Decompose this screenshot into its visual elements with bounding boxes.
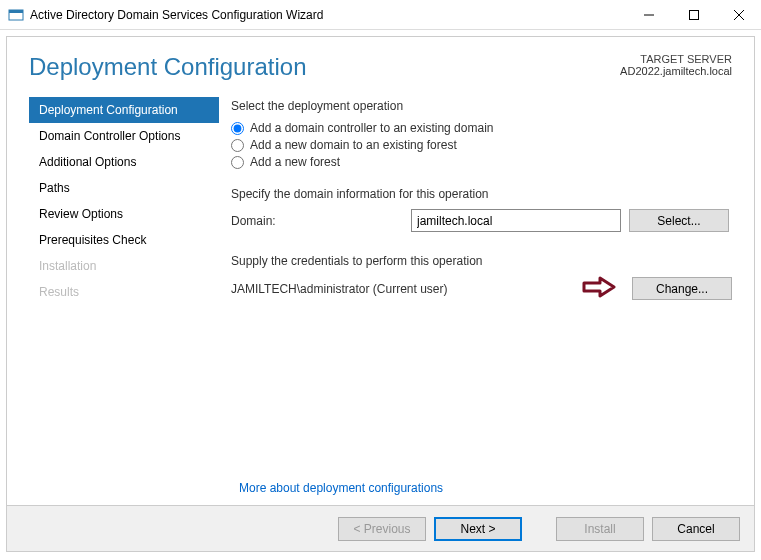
select-button[interactable]: Select... <box>629 209 729 232</box>
domain-field-row: Domain: Select... <box>231 209 732 232</box>
header: Deployment Configuration TARGET SERVER A… <box>7 37 754 89</box>
target-server-label: TARGET SERVER <box>620 53 732 65</box>
radio-input-add-dc[interactable] <box>231 122 244 135</box>
cancel-button[interactable]: Cancel <box>652 517 740 541</box>
previous-button[interactable]: < Previous <box>338 517 426 541</box>
radio-add-dc-existing-domain[interactable]: Add a domain controller to an existing d… <box>231 121 732 135</box>
sidebar-item-additional-options[interactable]: Additional Options <box>29 149 219 175</box>
main-panel: Select the deployment operation Add a do… <box>219 93 732 305</box>
svg-rect-3 <box>689 11 698 20</box>
credentials-row: JAMILTECH\administrator (Current user) C… <box>231 276 732 301</box>
radio-add-domain-existing-forest[interactable]: Add a new domain to an existing forest <box>231 138 732 152</box>
footer: < Previous Next > Install Cancel <box>7 505 754 551</box>
more-link[interactable]: More about deployment configurations <box>239 481 443 495</box>
radio-add-new-forest[interactable]: Add a new forest <box>231 155 732 169</box>
body: Deployment Configuration Domain Controll… <box>7 89 754 305</box>
sidebar: Deployment Configuration Domain Controll… <box>29 93 219 305</box>
page-title: Deployment Configuration <box>29 53 620 81</box>
operation-label: Select the deployment operation <box>231 99 732 113</box>
svg-rect-1 <box>9 10 23 13</box>
change-button[interactable]: Change... <box>632 277 732 300</box>
app-icon <box>8 7 24 23</box>
domain-info-label: Specify the domain information for this … <box>231 187 732 201</box>
radio-input-new-forest[interactable] <box>231 156 244 169</box>
sidebar-item-domain-controller-options[interactable]: Domain Controller Options <box>29 123 219 149</box>
radio-label: Add a domain controller to an existing d… <box>250 121 493 135</box>
sidebar-item-prerequisites-check[interactable]: Prerequisites Check <box>29 227 219 253</box>
sidebar-item-deployment-configuration[interactable]: Deployment Configuration <box>29 97 219 123</box>
sidebar-item-paths[interactable]: Paths <box>29 175 219 201</box>
maximize-button[interactable] <box>671 0 716 30</box>
credentials-value: JAMILTECH\administrator (Current user) <box>231 282 582 296</box>
target-server-value: AD2022.jamiltech.local <box>620 65 732 77</box>
sidebar-item-results: Results <box>29 279 219 305</box>
arrow-right-icon <box>582 276 616 301</box>
target-server-box: TARGET SERVER AD2022.jamiltech.local <box>620 53 732 77</box>
sidebar-item-review-options[interactable]: Review Options <box>29 201 219 227</box>
minimize-button[interactable] <box>626 0 671 30</box>
install-button[interactable]: Install <box>556 517 644 541</box>
titlebar: Active Directory Domain Services Configu… <box>0 0 761 30</box>
window-title: Active Directory Domain Services Configu… <box>30 8 626 22</box>
close-button[interactable] <box>716 0 761 30</box>
sidebar-item-installation: Installation <box>29 253 219 279</box>
radio-label: Add a new forest <box>250 155 340 169</box>
domain-input[interactable] <box>411 209 621 232</box>
radio-label: Add a new domain to an existing forest <box>250 138 457 152</box>
content-frame: Deployment Configuration TARGET SERVER A… <box>6 36 755 552</box>
window-controls <box>626 0 761 29</box>
domain-field-label: Domain: <box>231 214 411 228</box>
radio-input-add-domain[interactable] <box>231 139 244 152</box>
credentials-label: Supply the credentials to perform this o… <box>231 254 732 268</box>
next-button[interactable]: Next > <box>434 517 522 541</box>
